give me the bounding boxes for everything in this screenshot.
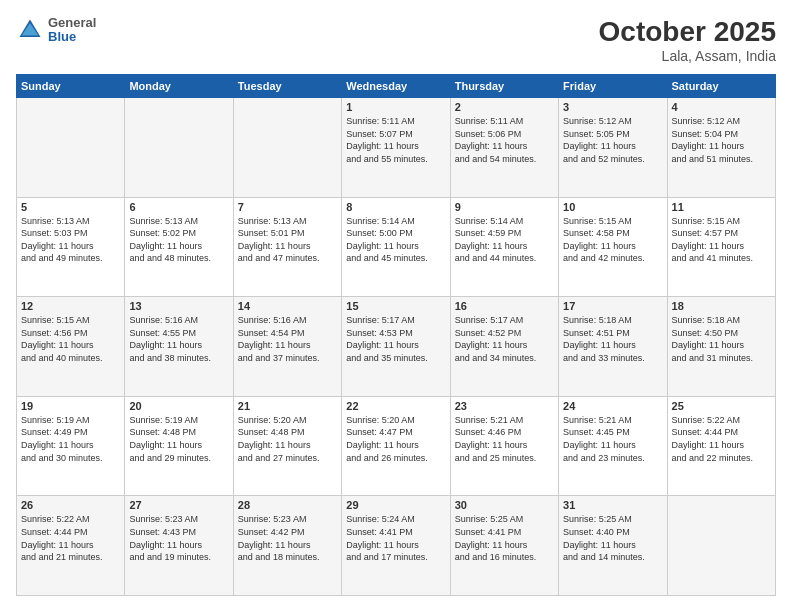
daylight-hours-text: Daylight: 11 hours xyxy=(672,340,745,350)
week-row-1: 1Sunrise: 5:11 AMSunset: 5:07 PMDaylight… xyxy=(17,98,776,198)
calendar-cell: 27Sunrise: 5:23 AMSunset: 4:43 PMDayligh… xyxy=(125,496,233,596)
logo-icon xyxy=(16,16,44,44)
day-number: 25 xyxy=(672,400,771,412)
sunrise-text: Sunrise: 5:11 AM xyxy=(455,116,524,126)
day-number: 30 xyxy=(455,499,554,511)
daylight-hours-text: Daylight: 11 hours xyxy=(346,540,419,550)
cell-sun-info: Sunrise: 5:11 AMSunset: 5:07 PMDaylight:… xyxy=(346,115,445,165)
cell-sun-info: Sunrise: 5:15 AMSunset: 4:57 PMDaylight:… xyxy=(672,215,771,265)
sunrise-text: Sunrise: 5:13 AM xyxy=(238,216,307,226)
daylight-minutes-text: and and 52 minutes. xyxy=(563,154,645,164)
sunset-text: Sunset: 4:44 PM xyxy=(21,527,88,537)
cell-sun-info: Sunrise: 5:21 AMSunset: 4:45 PMDaylight:… xyxy=(563,414,662,464)
daylight-minutes-text: and and 37 minutes. xyxy=(238,353,320,363)
day-number: 13 xyxy=(129,300,228,312)
sunrise-text: Sunrise: 5:16 AM xyxy=(238,315,307,325)
sunset-text: Sunset: 4:51 PM xyxy=(563,328,630,338)
daylight-hours-text: Daylight: 11 hours xyxy=(346,141,419,151)
sunset-text: Sunset: 5:04 PM xyxy=(672,129,739,139)
daylight-hours-text: Daylight: 11 hours xyxy=(563,241,636,251)
sunrise-text: Sunrise: 5:11 AM xyxy=(346,116,415,126)
sunrise-text: Sunrise: 5:15 AM xyxy=(563,216,632,226)
sunrise-text: Sunrise: 5:13 AM xyxy=(129,216,198,226)
sunrise-text: Sunrise: 5:15 AM xyxy=(21,315,90,325)
cell-sun-info: Sunrise: 5:18 AMSunset: 4:50 PMDaylight:… xyxy=(672,314,771,364)
calendar-cell: 23Sunrise: 5:21 AMSunset: 4:46 PMDayligh… xyxy=(450,396,558,496)
day-number: 27 xyxy=(129,499,228,511)
page: General Blue October 2025 Lala, Assam, I… xyxy=(0,0,792,612)
sunset-text: Sunset: 5:01 PM xyxy=(238,228,305,238)
sunset-text: Sunset: 4:46 PM xyxy=(455,427,522,437)
sunset-text: Sunset: 4:42 PM xyxy=(238,527,305,537)
sunrise-text: Sunrise: 5:24 AM xyxy=(346,514,415,524)
cell-sun-info: Sunrise: 5:25 AMSunset: 4:41 PMDaylight:… xyxy=(455,513,554,563)
weekday-header-tuesday: Tuesday xyxy=(233,75,341,98)
sunrise-text: Sunrise: 5:12 AM xyxy=(672,116,741,126)
daylight-hours-text: Daylight: 11 hours xyxy=(129,340,202,350)
daylight-hours-text: Daylight: 11 hours xyxy=(129,440,202,450)
calendar-cell: 11Sunrise: 5:15 AMSunset: 4:57 PMDayligh… xyxy=(667,197,775,297)
daylight-hours-text: Daylight: 11 hours xyxy=(129,241,202,251)
calendar-cell: 28Sunrise: 5:23 AMSunset: 4:42 PMDayligh… xyxy=(233,496,341,596)
sunrise-text: Sunrise: 5:25 AM xyxy=(563,514,632,524)
calendar-cell: 9Sunrise: 5:14 AMSunset: 4:59 PMDaylight… xyxy=(450,197,558,297)
daylight-minutes-text: and and 49 minutes. xyxy=(21,253,103,263)
daylight-hours-text: Daylight: 11 hours xyxy=(21,340,94,350)
day-number: 12 xyxy=(21,300,120,312)
calendar-cell: 29Sunrise: 5:24 AMSunset: 4:41 PMDayligh… xyxy=(342,496,450,596)
day-number: 26 xyxy=(21,499,120,511)
sunset-text: Sunset: 4:49 PM xyxy=(21,427,88,437)
daylight-minutes-text: and and 30 minutes. xyxy=(21,453,103,463)
day-number: 19 xyxy=(21,400,120,412)
daylight-hours-text: Daylight: 11 hours xyxy=(346,241,419,251)
day-number: 31 xyxy=(563,499,662,511)
daylight-hours-text: Daylight: 11 hours xyxy=(672,440,745,450)
cell-sun-info: Sunrise: 5:15 AMSunset: 4:58 PMDaylight:… xyxy=(563,215,662,265)
daylight-minutes-text: and and 41 minutes. xyxy=(672,253,754,263)
sunrise-text: Sunrise: 5:22 AM xyxy=(672,415,741,425)
cell-sun-info: Sunrise: 5:11 AMSunset: 5:06 PMDaylight:… xyxy=(455,115,554,165)
calendar-cell: 26Sunrise: 5:22 AMSunset: 4:44 PMDayligh… xyxy=(17,496,125,596)
daylight-hours-text: Daylight: 11 hours xyxy=(129,540,202,550)
cell-sun-info: Sunrise: 5:18 AMSunset: 4:51 PMDaylight:… xyxy=(563,314,662,364)
calendar-cell: 10Sunrise: 5:15 AMSunset: 4:58 PMDayligh… xyxy=(559,197,667,297)
calendar-cell: 31Sunrise: 5:25 AMSunset: 4:40 PMDayligh… xyxy=(559,496,667,596)
cell-sun-info: Sunrise: 5:20 AMSunset: 4:47 PMDaylight:… xyxy=(346,414,445,464)
cell-sun-info: Sunrise: 5:13 AMSunset: 5:01 PMDaylight:… xyxy=(238,215,337,265)
sunset-text: Sunset: 4:41 PM xyxy=(346,527,413,537)
daylight-hours-text: Daylight: 11 hours xyxy=(238,540,311,550)
calendar-cell: 18Sunrise: 5:18 AMSunset: 4:50 PMDayligh… xyxy=(667,297,775,397)
daylight-hours-text: Daylight: 11 hours xyxy=(563,340,636,350)
calendar-cell: 24Sunrise: 5:21 AMSunset: 4:45 PMDayligh… xyxy=(559,396,667,496)
daylight-hours-text: Daylight: 11 hours xyxy=(563,540,636,550)
cell-sun-info: Sunrise: 5:12 AMSunset: 5:04 PMDaylight:… xyxy=(672,115,771,165)
sunset-text: Sunset: 4:50 PM xyxy=(672,328,739,338)
sunrise-text: Sunrise: 5:22 AM xyxy=(21,514,90,524)
sunset-text: Sunset: 4:47 PM xyxy=(346,427,413,437)
cell-sun-info: Sunrise: 5:19 AMSunset: 4:49 PMDaylight:… xyxy=(21,414,120,464)
sunrise-text: Sunrise: 5:18 AM xyxy=(563,315,632,325)
daylight-hours-text: Daylight: 11 hours xyxy=(21,540,94,550)
header: General Blue October 2025 Lala, Assam, I… xyxy=(16,16,776,64)
sunset-text: Sunset: 4:59 PM xyxy=(455,228,522,238)
week-row-3: 12Sunrise: 5:15 AMSunset: 4:56 PMDayligh… xyxy=(17,297,776,397)
sunset-text: Sunset: 4:53 PM xyxy=(346,328,413,338)
logo: General Blue xyxy=(16,16,96,45)
sunrise-text: Sunrise: 5:19 AM xyxy=(129,415,198,425)
daylight-hours-text: Daylight: 11 hours xyxy=(455,141,528,151)
cell-sun-info: Sunrise: 5:20 AMSunset: 4:48 PMDaylight:… xyxy=(238,414,337,464)
day-number: 20 xyxy=(129,400,228,412)
daylight-minutes-text: and and 26 minutes. xyxy=(346,453,428,463)
logo-text: General Blue xyxy=(48,16,96,45)
day-number: 23 xyxy=(455,400,554,412)
calendar-cell: 2Sunrise: 5:11 AMSunset: 5:06 PMDaylight… xyxy=(450,98,558,198)
calendar-cell: 14Sunrise: 5:16 AMSunset: 4:54 PMDayligh… xyxy=(233,297,341,397)
daylight-minutes-text: and and 44 minutes. xyxy=(455,253,537,263)
day-number: 28 xyxy=(238,499,337,511)
daylight-minutes-text: and and 17 minutes. xyxy=(346,552,428,562)
sunset-text: Sunset: 4:55 PM xyxy=(129,328,196,338)
day-number: 7 xyxy=(238,201,337,213)
sunset-text: Sunset: 4:57 PM xyxy=(672,228,739,238)
month-title: October 2025 xyxy=(599,16,776,48)
sunset-text: Sunset: 5:00 PM xyxy=(346,228,413,238)
